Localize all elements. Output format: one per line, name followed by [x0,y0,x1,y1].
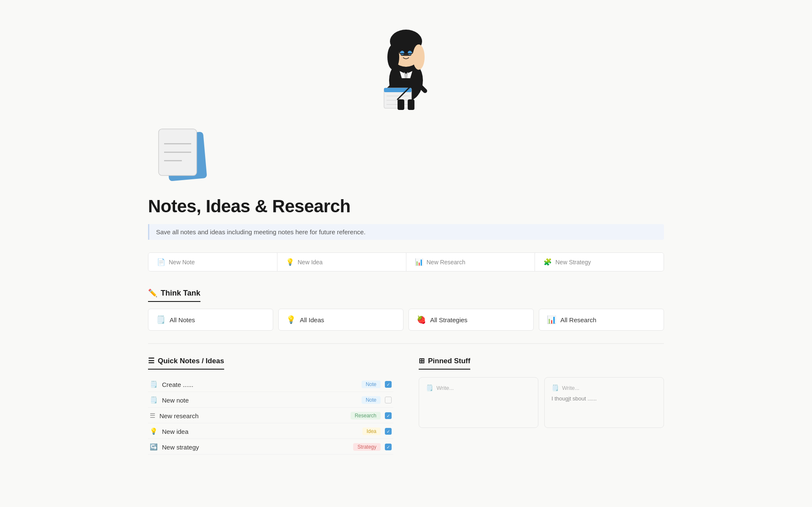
all-research-card[interactable]: 📊 All Research [539,309,664,331]
new-idea-icon: 💡 [286,258,294,266]
pinned-icon: ⊞ [419,356,425,365]
notes-list: 🗒️ Create ...... Note 🗒️ New note Note ☰… [148,377,393,455]
new-research-label: New Research [427,259,466,266]
bottom-grid: ☰ Quick Notes / Ideas 🗒️ Create ...... N… [148,356,664,455]
note-checkbox-0[interactable] [385,381,392,388]
note-tag-2: Research [351,412,381,419]
note-row-icon-2: ☰ [150,412,155,419]
new-strategy-label: New Strategy [555,259,591,266]
new-research-button[interactable]: 📊 New Research [406,253,535,271]
note-row-title-1: New note [162,397,362,404]
pinned-cards-grid: 🗒️ Write... 🗒️ Write... I thougjt sbout … [419,377,664,428]
note-row: ↪️ New strategy Strategy [148,440,393,455]
think-tank-heading-wrap: ✏️ Think Tank [148,288,664,302]
note-checkbox-1[interactable] [385,397,392,403]
all-strategies-label: All Strategies [430,316,467,323]
svg-rect-21 [398,99,404,110]
subtitle-block: Save all notes and ideas including meeti… [148,224,664,240]
all-research-icon: 📊 [547,315,556,324]
note-row-icon-1: 🗒️ [150,396,158,404]
all-notes-label: All Notes [170,316,195,323]
quick-actions-bar: 📄 New Note 💡 New Idea 📊 New Research 🧩 N… [148,252,664,271]
quick-notes-section: ☰ Quick Notes / Ideas 🗒️ Create ...... N… [148,356,393,455]
pinned-heading-wrap: ⊞ Pinned Stuff [419,356,664,370]
note-tag-0: Note [362,381,381,388]
hero-illustration [148,0,664,114]
svg-point-6 [400,51,404,55]
pinned-card-icon-1: 🗒️ [551,384,559,391]
pinned-card-label-1: Write... [562,385,579,391]
note-row-title-0: Create ...... [162,381,362,388]
think-tank-section: ✏️ Think Tank 🗒️ All Notes 💡 All Ideas 🍓… [148,288,664,331]
note-row-icon-3: 💡 [150,428,158,435]
note-tag-1: Note [362,396,381,404]
svg-point-7 [408,51,412,55]
new-idea-label: New Idea [298,259,323,266]
note-checkbox-2[interactable] [385,412,392,419]
all-notes-icon: 🗒️ [156,315,165,324]
note-tag-3: Idea [362,428,381,435]
note-row-title-4: New strategy [162,444,353,451]
pinned-section: ⊞ Pinned Stuff 🗒️ Write... 🗒️ Write... [419,356,664,455]
note-row: 🗒️ Create ...... Note [148,377,393,392]
note-row-icon-4: ↪️ [150,443,158,451]
note-row: ☰ New research Research [148,408,393,423]
note-checkbox-3[interactable] [385,428,392,435]
new-strategy-button[interactable]: 🧩 New Strategy [535,253,664,271]
quick-notes-heading-wrap: ☰ Quick Notes / Ideas [148,356,393,370]
note-row-title-2: New research [159,412,351,419]
all-strategies-card[interactable]: 🍓 All Strategies [409,309,534,331]
new-strategy-icon: 🧩 [543,258,552,266]
pinned-card-0[interactable]: 🗒️ Write... [419,377,538,428]
note-row-title-3: New idea [162,428,362,435]
page-icon [148,114,664,196]
note-row: 💡 New idea Idea [148,424,393,439]
quick-notes-icon: ☰ [148,356,154,365]
subtitle-text: Save all notes and ideas including meeti… [156,228,365,236]
all-research-label: All Research [560,316,596,323]
think-tank-title: Think Tank [161,289,200,298]
svg-point-4 [413,44,425,70]
new-note-button[interactable]: 📄 New Note [148,253,277,271]
page-title: Notes, Ideas & Research [148,196,664,217]
new-idea-button[interactable]: 💡 New Idea [277,253,406,271]
new-note-icon: 📄 [157,258,165,266]
svg-rect-22 [408,99,414,110]
pinned-card-icon-0: 🗒️ [426,384,433,391]
all-ideas-icon: 💡 [286,315,296,324]
note-checkbox-4[interactable] [385,444,392,450]
quick-notes-heading: ☰ Quick Notes / Ideas [148,356,224,370]
pinned-card-body-1: I thougjt sbout ...... [551,395,657,403]
all-strategies-icon: 🍓 [417,315,426,324]
section-divider [148,343,664,344]
quick-notes-title: Quick Notes / Ideas [158,357,224,365]
pinned-title: Pinned Stuff [428,357,470,365]
all-ideas-label: All Ideas [300,316,324,323]
new-note-label: New Note [169,259,195,266]
all-ideas-card[interactable]: 💡 All Ideas [278,309,403,331]
pinned-card-header-0: 🗒️ Write... [426,384,531,391]
pencil-icon: ✏️ [148,288,157,298]
pinned-heading: ⊞ Pinned Stuff [419,356,470,370]
note-row-icon-0: 🗒️ [150,381,158,388]
pinned-card-1[interactable]: 🗒️ Write... I thougjt sbout ...... [544,377,664,428]
new-research-icon: 📊 [415,258,423,266]
pinned-card-label-0: Write... [436,385,454,391]
pinned-card-header-1: 🗒️ Write... [551,384,657,391]
all-notes-card[interactable]: 🗒️ All Notes [148,309,273,331]
think-tank-heading: ✏️ Think Tank [148,288,200,302]
svg-point-3 [387,44,399,70]
note-row: 🗒️ New note Note [148,393,393,408]
view-cards-grid: 🗒️ All Notes 💡 All Ideas 🍓 All Strategie… [148,309,664,331]
note-tag-4: Strategy [353,443,381,451]
